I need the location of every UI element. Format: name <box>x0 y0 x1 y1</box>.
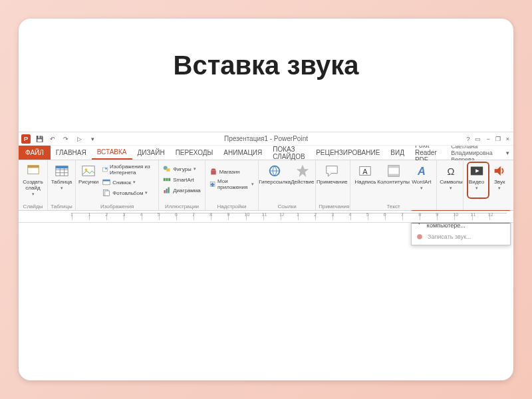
tab-review[interactable]: РЕЦЕНЗИРОВАНИЕ <box>311 146 385 160</box>
ruler-tick: 9 <box>437 213 454 220</box>
svg-marker-27 <box>297 165 309 177</box>
group-symbols: Ω Символы . <box>437 160 464 210</box>
chart-button[interactable]: Диаграмма <box>162 186 202 195</box>
svg-rect-22 <box>166 189 168 194</box>
symbols-icon: Ω <box>444 164 458 178</box>
group-comments-label: Примечания <box>319 203 347 210</box>
photo-album-button[interactable]: Фотоальбом <box>101 188 156 198</box>
svg-rect-17 <box>166 168 170 172</box>
tab-home[interactable]: ГЛАВНАЯ <box>51 146 92 160</box>
tab-animations[interactable]: АНИМАЦИЯ <box>218 146 267 160</box>
smartart-label: SmartArt <box>173 177 194 183</box>
wordart-icon: A <box>414 164 429 178</box>
ribbon-display-options-icon[interactable]: ▭ <box>475 136 481 142</box>
pictures-button[interactable]: Рисунки <box>78 162 98 186</box>
svg-point-11 <box>105 168 107 170</box>
smartart-button[interactable]: SmartArt <box>162 175 202 184</box>
wordart-button[interactable]: A WordArt <box>410 162 434 190</box>
svg-point-9 <box>85 168 88 171</box>
table-button[interactable]: Таблица <box>51 162 72 190</box>
title-bar: P 💾 ↶ ↷ ▷ ▾ Презентация1 - PowerPoint ? … <box>19 132 513 146</box>
slide-heading: Вставка звука <box>19 51 513 80</box>
redo-button[interactable]: ↷ <box>61 134 70 144</box>
group-links-label: Ссылки <box>261 203 313 210</box>
store-icon <box>209 168 217 176</box>
textbox-icon: A <box>358 164 372 178</box>
hyperlink-button[interactable]: Гиперссылка <box>261 162 288 186</box>
undo-button[interactable]: ↶ <box>48 134 57 144</box>
qat-customize-icon[interactable]: ▾ <box>88 134 97 144</box>
wordart-label: WordArt <box>412 180 431 186</box>
online-pictures-button[interactable]: Изображения из Интернета <box>101 163 156 176</box>
comment-button[interactable]: Примечание <box>319 162 345 186</box>
store-label: Магазин <box>219 169 240 175</box>
smartart-icon <box>163 176 171 184</box>
svg-point-42 <box>417 234 422 239</box>
group-addins: Магазин Мои приложения Надстройки <box>205 160 259 210</box>
record-icon <box>416 233 424 241</box>
online-pictures-label: Изображения из Интернета <box>110 164 154 176</box>
save-button[interactable]: 💾 <box>35 134 44 144</box>
audio-button[interactable]: Звук <box>489 162 510 190</box>
chart-icon <box>163 186 171 194</box>
tab-foxit[interactable]: Foxit Reader PDF <box>410 146 451 160</box>
account-user[interactable]: Светлана Владимировна Вепрева <box>451 143 503 163</box>
symbols-button[interactable]: Ω Символы <box>440 162 463 190</box>
new-slide-button[interactable]: Создать слайд <box>21 162 45 196</box>
minimize-button[interactable]: − <box>486 136 489 142</box>
action-button[interactable]: Действие <box>291 162 314 186</box>
screenshot-button[interactable]: Снимок <box>101 178 156 187</box>
restore-button[interactable]: ❐ <box>495 136 501 142</box>
ruler-tick: 6 <box>176 213 194 220</box>
ruler-tick: 3 <box>332 213 350 220</box>
svg-text:A: A <box>363 168 368 176</box>
group-addins-label: Надстройки <box>208 203 255 210</box>
textbox-button[interactable]: A Надпись <box>353 162 378 186</box>
svg-rect-31 <box>388 166 399 168</box>
ruler-tick: 5 <box>159 213 176 220</box>
tab-slideshow[interactable]: ПОКАЗ СЛАЙДОВ <box>267 146 311 160</box>
svg-rect-7 <box>55 166 67 169</box>
store-button[interactable]: Магазин <box>208 167 255 176</box>
record-audio-label: Записать звук... <box>428 233 471 240</box>
svg-rect-1 <box>27 166 39 168</box>
my-addins-icon <box>209 180 215 188</box>
header-footer-button[interactable]: Колонтитулы <box>380 162 407 186</box>
account-dropdown-icon[interactable]: ▾ <box>506 150 509 156</box>
close-button[interactable]: × <box>506 136 509 142</box>
tab-insert[interactable]: ВСТАВКА <box>92 146 132 160</box>
tab-file[interactable]: ФАЙЛ <box>19 146 51 160</box>
group-slides: Создать слайд Слайды <box>19 160 48 210</box>
audio-label: Звук <box>494 180 505 186</box>
group-images-label: Изображения <box>78 203 156 210</box>
slideshow-button[interactable]: ▷ <box>74 134 84 144</box>
online-pictures-icon <box>102 166 108 174</box>
screen-recording-button[interactable]: Запись экрана <box>513 162 513 192</box>
svg-rect-24 <box>211 171 216 175</box>
comment-label: Примечание <box>317 180 347 186</box>
tab-design[interactable]: ДИЗАЙН <box>132 146 170 160</box>
svg-rect-15 <box>105 191 110 196</box>
powerpoint-window: P 💾 ↶ ↷ ▷ ▾ Презентация1 - PowerPoint ? … <box>19 132 513 223</box>
ruler-tick: 4 <box>142 213 159 220</box>
tab-view[interactable]: ВИД <box>385 146 410 160</box>
svg-rect-32 <box>388 174 399 177</box>
tab-transitions[interactable]: ПЕРЕХОДЫ <box>170 146 219 160</box>
new-slide-label: Создать слайд <box>21 180 45 192</box>
ruler-tick: 11 <box>472 213 489 220</box>
screenshot-icon <box>102 178 110 186</box>
svg-rect-13 <box>103 180 110 181</box>
comment-icon <box>325 164 339 178</box>
shapes-button[interactable]: Фигуры <box>162 164 202 174</box>
group-media: Видео Звук Запись экрана . <box>464 160 513 210</box>
help-icon[interactable]: ? <box>466 136 469 142</box>
record-audio-item[interactable]: Записать звук... <box>412 231 510 243</box>
photo-album-icon <box>102 189 110 197</box>
my-addins-button[interactable]: Мои приложения <box>208 178 255 191</box>
svg-rect-23 <box>168 188 170 194</box>
slide-card: Вставка звука P 💾 ↶ ↷ ▷ ▾ Презентация1 -… <box>19 19 513 380</box>
video-button[interactable]: Видео <box>466 162 487 190</box>
ribbon: Создать слайд Слайды Таблица Таблицы <box>19 160 513 211</box>
svg-marker-37 <box>495 166 501 176</box>
new-slide-icon <box>26 164 41 178</box>
